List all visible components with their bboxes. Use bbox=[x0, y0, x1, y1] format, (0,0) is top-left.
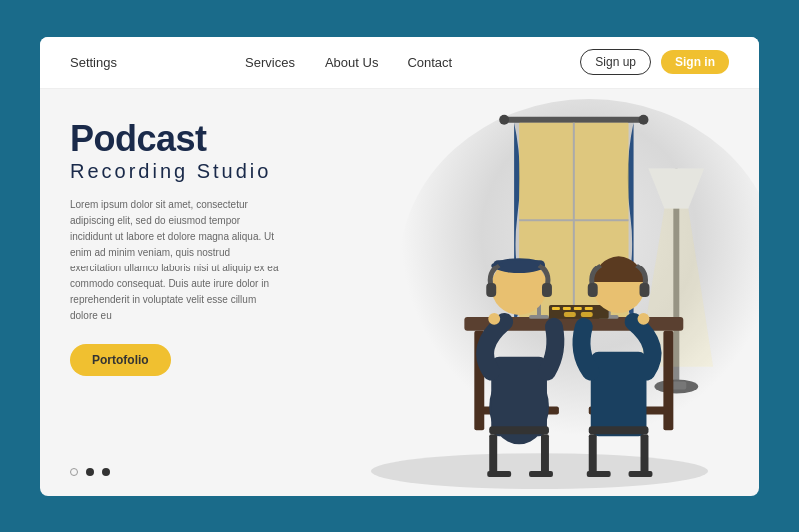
main-content: Podcast Recording Studio Lorem ipsum dol… bbox=[40, 89, 759, 496]
svg-rect-13 bbox=[663, 330, 673, 430]
svg-rect-23 bbox=[552, 306, 560, 309]
svg-point-4 bbox=[639, 114, 649, 124]
svg-rect-25 bbox=[574, 306, 582, 309]
hero-description: Lorem ipsum dolor sit amet, consectetur … bbox=[70, 197, 280, 324]
svg-rect-18 bbox=[529, 314, 549, 318]
svg-point-51 bbox=[488, 312, 500, 324]
nav-link-about[interactable]: About Us bbox=[325, 55, 378, 70]
illustration-area bbox=[320, 89, 759, 496]
navbar: Settings Services About Us Contact Sign … bbox=[40, 37, 759, 89]
nav-actions: Sign up Sign in bbox=[580, 49, 729, 75]
svg-rect-26 bbox=[585, 306, 593, 309]
nav-logo: Settings bbox=[70, 55, 117, 70]
svg-rect-35 bbox=[486, 283, 496, 297]
svg-rect-36 bbox=[542, 283, 552, 297]
svg-rect-46 bbox=[589, 426, 649, 434]
svg-rect-2 bbox=[504, 116, 643, 122]
svg-rect-49 bbox=[587, 471, 611, 477]
svg-rect-47 bbox=[589, 434, 597, 474]
signin-button[interactable]: Sign in bbox=[661, 50, 729, 74]
svg-rect-39 bbox=[541, 434, 549, 474]
hero-title-main: Podcast bbox=[70, 119, 290, 159]
dot-navigation bbox=[70, 468, 290, 476]
hero-title-sub: Recording Studio bbox=[70, 160, 290, 183]
svg-rect-44 bbox=[588, 283, 598, 297]
page-container: Settings Services About Us Contact Sign … bbox=[40, 37, 759, 496]
svg-rect-45 bbox=[640, 283, 650, 297]
svg-rect-50 bbox=[629, 471, 653, 477]
svg-rect-24 bbox=[563, 306, 571, 309]
svg-rect-41 bbox=[529, 471, 553, 477]
svg-rect-27 bbox=[564, 311, 576, 316]
nav-links: Services About Us Contact bbox=[245, 55, 452, 70]
svg-rect-40 bbox=[487, 471, 511, 477]
left-panel: Podcast Recording Studio Lorem ipsum dol… bbox=[40, 89, 320, 496]
dot-2[interactable] bbox=[86, 468, 94, 476]
svg-rect-37 bbox=[489, 426, 549, 434]
svg-point-3 bbox=[499, 114, 509, 124]
svg-point-52 bbox=[638, 312, 650, 324]
dot-1[interactable] bbox=[70, 468, 78, 476]
dot-3[interactable] bbox=[102, 468, 110, 476]
nav-link-contact[interactable]: Contact bbox=[407, 55, 452, 70]
portfolio-button[interactable]: Portofolio bbox=[70, 344, 171, 376]
nav-link-services[interactable]: Services bbox=[245, 55, 295, 70]
signup-button[interactable]: Sign up bbox=[580, 49, 651, 75]
svg-rect-38 bbox=[489, 434, 497, 474]
svg-rect-42 bbox=[591, 351, 647, 436]
svg-rect-28 bbox=[581, 311, 593, 316]
podcast-illustration bbox=[320, 89, 759, 496]
svg-rect-48 bbox=[641, 434, 649, 474]
